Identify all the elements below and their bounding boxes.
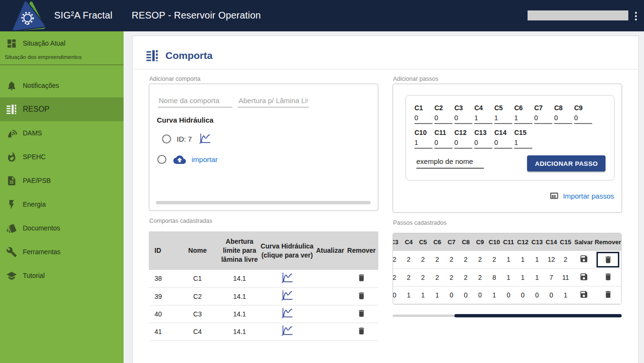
curve-import-radio[interactable] xyxy=(157,155,166,164)
atualizar-cell xyxy=(315,323,345,340)
step-input-c8[interactable] xyxy=(554,114,572,124)
gate-row: 39 C2 14.1 xyxy=(149,287,378,305)
curve-chart-icon[interactable] xyxy=(199,133,211,144)
hydraulic-curve-link[interactable] xyxy=(281,272,293,284)
gates-table-header-row: ID Nome Abertura limite para lâmina livr… xyxy=(149,231,378,270)
cards-icon xyxy=(6,223,17,234)
gate-opening-input[interactable] xyxy=(238,95,309,107)
add-step-button[interactable]: ADICIONAR PASSO xyxy=(527,155,606,172)
sidebar-item-notificacoes[interactable]: Notificações xyxy=(0,74,124,97)
step-input-c14[interactable] xyxy=(494,139,512,149)
hydraulic-curve-link[interactable] xyxy=(281,307,293,319)
step-input-c12[interactable] xyxy=(454,139,472,149)
sidebar-item-energia[interactable]: Energia xyxy=(0,192,124,216)
step-input-c7[interactable] xyxy=(534,114,552,124)
title-divider xyxy=(133,69,638,69)
dashboard-icon xyxy=(6,38,17,49)
curve-id-label: ID: 7 xyxy=(177,135,192,143)
add-steps-label: Adicionar passos xyxy=(393,76,438,82)
floppy-save-icon xyxy=(579,254,588,264)
floppy-save-icon xyxy=(579,289,588,299)
step-input-c6[interactable] xyxy=(514,114,532,124)
trash-icon xyxy=(357,291,366,301)
sidebar: Situação Atual Situação dos empreendimen… xyxy=(0,31,124,363)
sidebar-item-documentos[interactable]: Documentos xyxy=(0,216,124,240)
kebab-menu-icon[interactable] xyxy=(633,11,639,21)
gate-icon xyxy=(6,104,17,115)
bell-icon xyxy=(6,80,17,91)
remove-gate-button[interactable] xyxy=(357,308,366,318)
step-field-c9: C9 xyxy=(574,104,592,124)
sidebar-item-ferramentas[interactable]: Ferramentas xyxy=(0,240,124,264)
step-input-c1[interactable] xyxy=(414,114,433,124)
remove-step-button[interactable] xyxy=(604,289,613,299)
steps-table-label: Passos cadastrados xyxy=(393,220,447,226)
step-input-c15[interactable] xyxy=(514,139,532,149)
step-field-c2: C2 xyxy=(434,104,452,124)
gates-table: ID Nome Abertura limite para lâmina livr… xyxy=(149,231,378,341)
sidebar-item-resop[interactable]: RESOP xyxy=(0,97,124,121)
sig2a-logo-icon[interactable] xyxy=(8,0,49,35)
steps-table-horizontal-scrollbar[interactable] xyxy=(393,314,622,317)
sidebar-item-pae-psb[interactable]: PAE/PSB xyxy=(0,169,124,192)
sidebar-item-dams[interactable]: DAMS xyxy=(0,121,124,145)
hydraulic-curve-link[interactable] xyxy=(281,290,293,301)
step-row: 2 2 2 2 2 2 2 8 1 1 1 7 11 xyxy=(393,268,621,286)
table-import-icon xyxy=(549,191,559,201)
remove-gate-button[interactable] xyxy=(357,291,366,301)
gate-row: 40 C3 14.1 xyxy=(149,305,378,323)
trash-icon xyxy=(604,272,613,282)
trash-icon xyxy=(604,255,613,265)
steps-table-header-row: C3 C4 C5 C6 C7 C8 C9 C10 C11 C12 C13 C14… xyxy=(393,233,621,251)
floppy-save-icon xyxy=(579,272,588,282)
gate-row: 38 C1 14.1 xyxy=(149,270,378,287)
remove-step-button[interactable] xyxy=(604,272,613,282)
step-input-c4[interactable] xyxy=(474,114,492,124)
curve-id-radio[interactable] xyxy=(162,134,171,143)
flame-icon xyxy=(6,152,17,162)
gate-row: 41 C4 14.1 xyxy=(149,323,378,340)
add-gate-horizontal-scrollbar[interactable] xyxy=(156,201,371,204)
step-input-c9[interactable] xyxy=(574,114,592,124)
step-name-input[interactable] xyxy=(416,157,484,169)
remove-gate-button[interactable] xyxy=(357,273,366,283)
save-step-button[interactable] xyxy=(579,289,588,299)
import-curve-link[interactable]: importar xyxy=(192,155,218,163)
atualizar-cell xyxy=(315,270,345,287)
step-field-c13: C13 xyxy=(474,129,492,149)
remove-step-button-focused[interactable] xyxy=(596,252,619,267)
step-input-c5[interactable] xyxy=(494,114,512,124)
add-gate-panel: Curva Hidráulica ID: 7 importar xyxy=(149,84,378,211)
trash-icon xyxy=(357,273,366,283)
step-field-c3: C3 xyxy=(454,104,472,124)
scrollbar-thumb[interactable] xyxy=(454,314,622,317)
user-name-redacted xyxy=(528,10,628,20)
step-field-c6: C6 xyxy=(514,104,532,124)
module-title: RESOP - Reservoir Operation xyxy=(132,10,261,21)
save-step-button[interactable] xyxy=(579,272,588,282)
step-field-c4: C4 xyxy=(474,104,492,124)
main-content-card: Comporta Adicionar comporta Curva Hidráu… xyxy=(132,36,639,363)
step-field-c15: C15 xyxy=(514,129,532,149)
step-input-c2[interactable] xyxy=(434,114,452,124)
curve-chart-icon xyxy=(281,325,293,336)
steps-table-scroll-viewport[interactable]: C3 C4 C5 C6 C7 C8 C9 C10 C11 C12 C13 C14… xyxy=(393,233,622,305)
app-bar: SIG²A Fractal RESOP - Reservoir Operatio… xyxy=(0,0,644,31)
step-field-c14: C14 xyxy=(494,129,512,149)
step-input-c10[interactable] xyxy=(414,139,433,149)
curve-option-import: importar xyxy=(157,154,218,164)
add-steps-panel: C1 C2 C3 C4 C5 C6 C7 C8 C9 C10 C11 C12 C… xyxy=(393,84,622,213)
step-input-c3[interactable] xyxy=(454,114,472,124)
step-field-c11: C11 xyxy=(434,129,452,149)
remove-gate-button[interactable] xyxy=(357,326,366,336)
curve-chart-icon xyxy=(281,272,293,284)
save-step-button[interactable] xyxy=(579,254,588,264)
hydraulic-curve-link[interactable] xyxy=(281,325,293,336)
gate-name-input[interactable] xyxy=(158,95,232,107)
step-input-c13[interactable] xyxy=(474,139,492,149)
sidebar-item-tutorial[interactable]: Tutorial xyxy=(0,264,124,287)
sidebar-item-spehc[interactable]: SPEHC xyxy=(0,145,124,169)
step-input-c11[interactable] xyxy=(434,139,452,149)
import-steps-link[interactable]: Importar passos xyxy=(549,191,614,201)
curve-chart-icon xyxy=(281,290,293,301)
